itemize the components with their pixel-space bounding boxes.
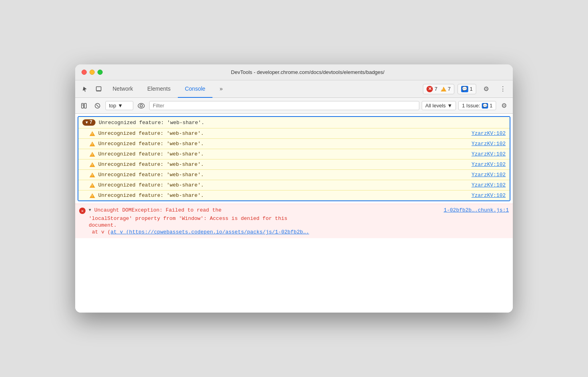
minimize-button[interactable] bbox=[90, 70, 95, 75]
console-toolbar: top ▼ All levels ▼ 1 Issue: 💬 1 ⚙ bbox=[75, 98, 513, 114]
context-dropdown[interactable]: top ▼ bbox=[105, 101, 133, 110]
settings-icon[interactable]: ⚙ bbox=[479, 82, 493, 96]
issues-button[interactable]: 1 Issue: 💬 1 bbox=[458, 101, 496, 110]
issues-label: 1 Issue: bbox=[462, 103, 480, 109]
badges-area: ✕ 7 ! 7 💬 1 ⚙ ⋮ bbox=[423, 82, 510, 96]
warning-row: Unrecognized feature: 'web-share'. Yzarz… bbox=[78, 159, 510, 169]
warning-text: Unrecognized feature: 'web-share'. bbox=[98, 130, 468, 136]
levels-arrow-icon: ▼ bbox=[447, 103, 452, 109]
warning-text: Unrecognized feature: 'web-share'. bbox=[98, 192, 468, 198]
chat-icon: 💬 bbox=[461, 86, 468, 92]
warning-icon bbox=[90, 142, 95, 146]
cursor-icon[interactable] bbox=[78, 82, 92, 96]
warning-link[interactable]: YzarzKV:102 bbox=[471, 192, 506, 198]
warning-link[interactable]: YzarzKV:102 bbox=[471, 141, 506, 147]
console-output[interactable]: ▼ 7 Unrecognized feature: 'web-share'. U… bbox=[75, 114, 513, 313]
warning-icon bbox=[90, 173, 95, 177]
expand-error-icon[interactable]: ▼ bbox=[89, 208, 91, 212]
error-stack-text: at v ( bbox=[92, 229, 111, 235]
svg-rect-2 bbox=[82, 103, 84, 108]
more-options-icon[interactable]: ⋮ bbox=[496, 82, 510, 96]
svg-rect-3 bbox=[84, 103, 86, 108]
warning-text: Unrecognized feature: 'web-share'. bbox=[98, 182, 468, 188]
maximize-button[interactable] bbox=[97, 70, 103, 75]
error-circle-icon: ✕ bbox=[79, 208, 86, 214]
collapse-arrow-icon: ▼ bbox=[86, 120, 88, 125]
dropdown-arrow-icon: ▼ bbox=[118, 103, 123, 109]
tab-more[interactable]: » bbox=[212, 80, 230, 98]
error-stack: at v (at v (https://cpwebassets.codepen.… bbox=[79, 229, 509, 235]
warning-group: ▼ 7 Unrecognized feature: 'web-share'. U… bbox=[78, 116, 510, 201]
error-stack-link[interactable]: at v (https://cpwebassets.codepen.io/ass… bbox=[111, 229, 309, 235]
warning-icon bbox=[90, 131, 95, 136]
warning-count: 7 bbox=[448, 86, 451, 92]
issues-count: 1 bbox=[490, 103, 493, 109]
svg-rect-0 bbox=[96, 87, 101, 91]
traffic-lights bbox=[82, 70, 103, 75]
warning-text: Unrecognized feature: 'web-share'. bbox=[98, 151, 468, 157]
error-count: 7 bbox=[434, 86, 437, 92]
tab-elements[interactable]: Elements bbox=[140, 80, 177, 98]
close-button[interactable] bbox=[82, 70, 87, 75]
error-detail-2: document. bbox=[79, 222, 509, 228]
warning-link[interactable]: YzarzKV:102 bbox=[471, 161, 506, 167]
tab-network[interactable]: Network bbox=[105, 80, 140, 98]
error-source-link[interactable]: 1-02bfb2b….chunk.js:1 bbox=[444, 207, 509, 213]
warning-row: Unrecognized feature: 'web-share'. Yzarz… bbox=[78, 138, 510, 149]
group-header-text: Unrecognized feature: 'web-share'. bbox=[99, 120, 204, 126]
console-settings-icon[interactable]: ⚙ bbox=[498, 100, 510, 111]
warning-group-header[interactable]: ▼ 7 Unrecognized feature: 'web-share'. bbox=[78, 117, 510, 128]
warning-link[interactable]: YzarzKV:102 bbox=[471, 151, 506, 157]
error-badge[interactable]: ✕ 7 ! 7 bbox=[423, 84, 454, 94]
clear-console-icon[interactable] bbox=[92, 100, 103, 111]
devtools-tab-bar: Network Elements Console » ✕ 7 ! 7 💬 1 ⚙… bbox=[75, 80, 513, 98]
warning-link[interactable]: YzarzKV:102 bbox=[471, 182, 506, 188]
warning-icon bbox=[90, 152, 95, 157]
warning-row: Unrecognized feature: 'web-share'. Yzarz… bbox=[78, 180, 510, 190]
issues-chat-icon: 💬 bbox=[482, 103, 488, 109]
error-section: ✕ ▼ Uncaught DOMException: Failed to rea… bbox=[75, 204, 513, 238]
error-header: ✕ ▼ Uncaught DOMException: Failed to rea… bbox=[79, 207, 509, 214]
chat-count: 1 bbox=[470, 86, 473, 92]
warning-row: Unrecognized feature: 'web-share'. Yzarz… bbox=[78, 190, 510, 200]
warning-text: Unrecognized feature: 'web-share'. bbox=[98, 172, 468, 178]
warning-triangle-icon: ! bbox=[441, 87, 446, 91]
tab-console[interactable]: Console bbox=[178, 80, 212, 98]
error-icon: ✕ bbox=[426, 86, 433, 92]
group-count: 7 bbox=[90, 120, 92, 125]
inspect-icon[interactable] bbox=[92, 82, 105, 96]
svg-line-4 bbox=[82, 105, 83, 105]
svg-point-7 bbox=[138, 103, 144, 108]
warning-icon bbox=[90, 162, 95, 167]
levels-dropdown[interactable]: All levels ▼ bbox=[422, 101, 456, 110]
eye-icon[interactable] bbox=[136, 100, 147, 111]
svg-point-8 bbox=[140, 105, 142, 107]
warning-row: Unrecognized feature: 'web-share'. Yzarz… bbox=[78, 128, 510, 138]
title-bar: DevTools - developer.chrome.com/docs/dev… bbox=[75, 64, 513, 80]
warning-text: Unrecognized feature: 'web-share'. bbox=[98, 161, 468, 167]
sidebar-toggle-icon[interactable] bbox=[78, 100, 90, 111]
chat-badge[interactable]: 💬 1 bbox=[458, 84, 476, 94]
warning-row: Unrecognized feature: 'web-share'. Yzarz… bbox=[78, 149, 510, 159]
warning-icon bbox=[90, 193, 95, 198]
devtools-window: DevTools - developer.chrome.com/docs/dev… bbox=[75, 64, 513, 313]
svg-line-6 bbox=[96, 105, 99, 107]
collapse-badge[interactable]: ▼ 7 bbox=[82, 119, 95, 126]
warning-text: Unrecognized feature: 'web-share'. bbox=[98, 141, 468, 147]
warning-row: Unrecognized feature: 'web-share'. Yzarz… bbox=[78, 169, 510, 180]
warning-link[interactable]: YzarzKV:102 bbox=[471, 172, 506, 178]
window-title: DevTools - developer.chrome.com/docs/dev… bbox=[109, 69, 506, 75]
warning-icon bbox=[90, 183, 95, 188]
levels-label: All levels bbox=[425, 103, 446, 109]
warning-link[interactable]: YzarzKV:102 bbox=[471, 130, 506, 136]
filter-input[interactable] bbox=[149, 101, 419, 110]
error-detail-1: 'localStorage' property from 'Window': A… bbox=[79, 216, 509, 222]
context-label: top bbox=[109, 103, 116, 109]
error-main-text: Uncaught DOMException: Failed to read th… bbox=[94, 207, 440, 213]
